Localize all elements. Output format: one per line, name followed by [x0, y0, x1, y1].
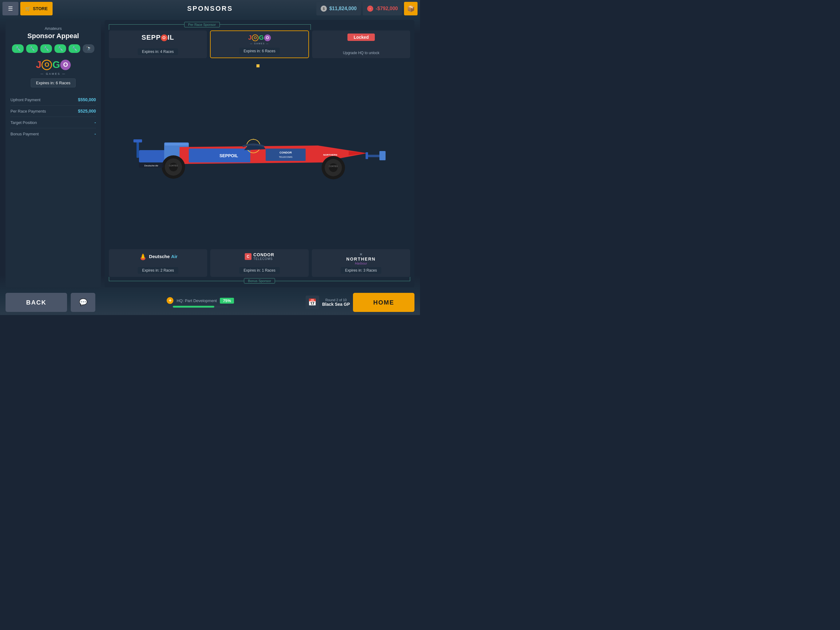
deutsche-expires: Expires in: 2 Races	[138, 267, 178, 274]
sponsor-card-locked: Locked Upgrade HQ to unlock	[312, 30, 410, 58]
jogo-expires: Expires in: 6 Races	[239, 47, 279, 54]
appeal-icon-2: 🔧	[26, 44, 38, 53]
svg-text:CORTÉS: CORTÉS	[169, 164, 178, 167]
sponsor-card-seppoil[interactable]: SEPPOIL Expires in: 4 Races	[109, 30, 207, 58]
menu-icon: ☰	[8, 6, 13, 11]
main-content: Amateurs Sponsor Appeal 🔧 🔧 🔧 🔧 🔧 🔭 J O …	[6, 20, 414, 287]
svg-rect-0	[136, 141, 139, 158]
hq-plus-icon: +	[167, 297, 174, 304]
round-sub: Round 2 of 10	[325, 298, 346, 302]
sponsor-card-northern[interactable]: ✕ NORTHERN Harbour Expires in: 3 Races	[312, 249, 410, 277]
tier-label: Amateurs	[44, 26, 62, 31]
hq-row: + HQ: Part Development 75%	[167, 297, 234, 304]
northern-name: NORTHERN	[346, 256, 376, 261]
svg-rect-14	[379, 151, 385, 160]
condor-icon-row: C CONDOR TELECOMS	[245, 252, 274, 261]
target-value: -	[95, 120, 96, 125]
svg-rect-25	[165, 143, 189, 146]
footer-center: + HQ: Part Development 75%	[95, 297, 306, 308]
appeal-icon-5: 🔧	[69, 44, 80, 53]
coin-icon: $	[321, 6, 327, 12]
northern-x: ✕	[359, 252, 363, 256]
seppoil-expires: Expires in: 4 Races	[138, 48, 178, 55]
header-left: ☰ 🛒 STORE	[2, 2, 52, 15]
svg-text:Deutsche Air: Deutsche Air	[144, 164, 158, 167]
bottom-sponsor-section: Deutsche Air Expires in: 2 Races C CONDO…	[109, 249, 410, 277]
header: ☰ 🛒 STORE SPONSORS $ $11,824,000 ↑ -$792…	[0, 0, 420, 17]
jogo-logo-card: J O G O	[248, 34, 271, 41]
svg-text:CONDOR: CONDOR	[279, 151, 292, 154]
car-area: SEPPOIL CONDOR TELECOMS NORTHERN Harbour	[109, 63, 410, 246]
jogo-sm-j: J	[248, 34, 251, 41]
appeal-title: Sponsor Appeal	[27, 32, 79, 40]
menu-button[interactable]: ☰	[2, 2, 19, 15]
bonus-label: Bonus Payment	[11, 131, 39, 136]
svg-rect-13	[366, 152, 368, 159]
northern-sub: Harbour	[355, 261, 367, 265]
svg-text:NORTHERN: NORTHERN	[323, 154, 337, 156]
balance-negative-display: ↑ -$792,000	[363, 2, 402, 15]
jogo-logo-large: J O G O	[36, 59, 71, 70]
hq-label: HQ: Part Development	[177, 298, 217, 303]
store-label: STORE	[33, 6, 47, 11]
target-label: Target Position	[11, 120, 37, 125]
condor-c-icon: C	[245, 253, 251, 260]
balance-negative-value: -$792,000	[376, 6, 398, 11]
condor-text-block: CONDOR TELECOMS	[253, 252, 274, 261]
upfront-value: $550,000	[78, 97, 96, 102]
jogo-letter-o2: O	[60, 60, 71, 70]
svg-rect-1	[133, 139, 142, 142]
sponsor-card-condor[interactable]: C CONDOR TELECOMS Expires in: 1 Races	[210, 249, 309, 277]
appeal-icon-4: 🔧	[54, 44, 66, 53]
chat-button[interactable]: 💬	[71, 293, 95, 312]
per-race-row: Per Race Payments $525,000	[11, 106, 96, 117]
back-button[interactable]: BACK	[6, 293, 67, 312]
store-button[interactable]: 🛒 STORE	[20, 2, 52, 15]
bonus-row: Bonus Payment -	[11, 128, 96, 139]
chat-icon: 💬	[79, 298, 87, 306]
right-panel: Per Race Sponsor SEPPOIL Expires in: 4 R…	[104, 20, 414, 287]
hq-pct: 75%	[220, 298, 234, 304]
hq-progress-bar	[173, 306, 228, 308]
round-info: Round 2 of 10 Black Sea GP	[322, 298, 350, 307]
seppoil-o-circle: O	[161, 35, 167, 41]
round-main: Black Sea GP	[322, 302, 350, 307]
appeal-icon-6: 🔭	[83, 44, 95, 53]
appeal-icon-3: 🔧	[40, 44, 52, 53]
per-race-label: Per Race Payments	[11, 109, 46, 114]
header-right: $ $11,824,000 ↑ -$792,000 📦	[316, 2, 418, 15]
condor-logo: C CONDOR TELECOMS	[245, 252, 274, 261]
deutsche-logo: Deutsche Air	[139, 252, 178, 261]
left-panel: Amateurs Sponsor Appeal 🔧 🔧 🔧 🔧 🔧 🔭 J O …	[6, 20, 101, 287]
northern-logo: ✕ NORTHERN Harbour	[346, 252, 376, 265]
hq-progress-fill	[173, 306, 214, 308]
sponsor-card-jogo[interactable]: J O G O — GAMES — Expires in: 6 Races	[210, 30, 309, 58]
svg-point-17	[169, 163, 178, 171]
svg-text:TELECOMS: TELECOMS	[279, 156, 292, 158]
calendar-icon: 📅	[306, 296, 319, 309]
svg-rect-7	[266, 149, 306, 161]
svg-text:SEPPOIL: SEPPOIL	[219, 153, 238, 158]
expires-badge: Expires in: 6 Races	[31, 78, 76, 87]
appeal-icon-1: 🔧	[12, 44, 24, 53]
home-button[interactable]: HOME	[353, 293, 414, 312]
footer: BACK 💬 + HQ: Part Development 75% 📅 Roun…	[0, 290, 420, 315]
bonus-value: -	[95, 131, 96, 136]
condor-expires: Expires in: 1 Races	[239, 267, 279, 274]
top-sponsor-row: SEPPOIL Expires in: 4 Races J O G O — GA…	[109, 30, 410, 58]
hq-icon: 📦	[407, 5, 415, 12]
hq-button[interactable]: 📦	[404, 2, 418, 15]
jogo-subtitle: — GAMES —	[41, 72, 66, 75]
jogo-letter-j: J	[36, 59, 42, 70]
balance-positive-display: $ $11,824,000	[316, 2, 361, 15]
sponsor-card-deutsche[interactable]: Deutsche Air Expires in: 2 Races	[109, 249, 207, 277]
jogo-sm-g: G	[259, 34, 264, 41]
seppoil-name: SEPPOIL	[141, 33, 174, 41]
car-svg: SEPPOIL CONDOR TELECOMS NORTHERN Harbour	[133, 124, 385, 185]
jogo-card-subtitle: — GAMES —	[250, 43, 269, 44]
per-race-value: $525,000	[78, 109, 96, 114]
locked-badge: Locked	[347, 33, 375, 41]
pointer-dot	[256, 64, 259, 67]
store-cart-icon: 🛒	[25, 6, 30, 11]
jogo-letter-o1: O	[41, 60, 52, 70]
